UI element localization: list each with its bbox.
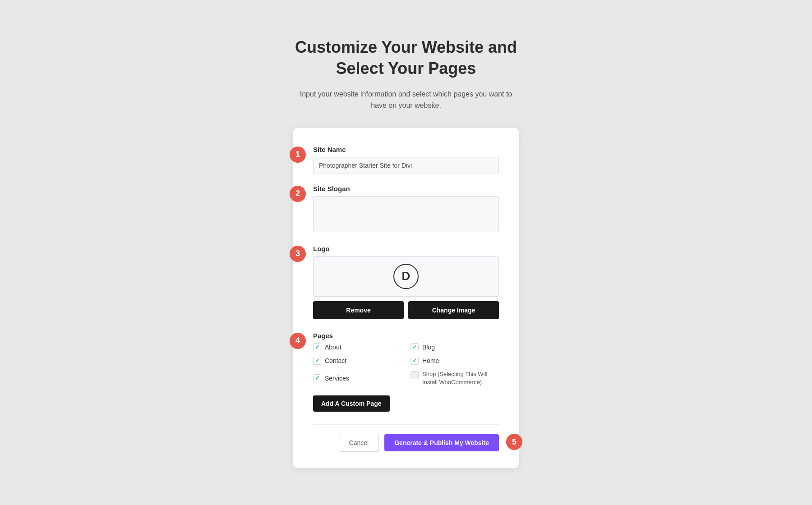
home-checkbox[interactable] <box>411 357 419 365</box>
site-name-label: Site Name <box>313 146 499 153</box>
logo-section: 3 Logo D <box>313 245 499 297</box>
form-card: 1 Site Name 2 Site Slogan 3 Logo D Remov… <box>293 128 519 468</box>
shop-label: Shop (Selecting This Will Install WooCom… <box>422 370 499 386</box>
publish-button[interactable]: Generate & Publish My Website <box>384 434 499 451</box>
logo-label: Logo <box>313 245 499 252</box>
change-image-button[interactable]: Change Image <box>408 301 499 319</box>
cancel-button[interactable]: Cancel <box>339 434 379 452</box>
page-subtitle: Input your website information and selec… <box>298 88 514 111</box>
contact-label: Contact <box>325 357 346 364</box>
home-label: Home <box>422 357 439 364</box>
footer-row: Cancel Generate & Publish My Website 5 <box>313 424 499 452</box>
step-5-badge: 5 <box>506 434 522 450</box>
site-slogan-label: Site Slogan <box>313 185 499 193</box>
page-title: Customize Your Website and Select Your P… <box>295 37 517 79</box>
logo-button-row: Remove Change Image <box>313 301 499 319</box>
pages-label: Pages <box>313 332 499 340</box>
pages-grid: About Blog Contact Home <box>313 343 499 386</box>
page-item-services[interactable]: Services <box>313 370 401 386</box>
site-name-section: 1 Site Name <box>313 146 499 174</box>
services-checkbox[interactable] <box>313 374 321 382</box>
pages-section: 4 Pages About Blog Contact <box>313 332 499 424</box>
about-checkbox[interactable] <box>313 343 321 351</box>
contact-checkbox[interactable] <box>313 357 321 365</box>
page-item-shop[interactable]: Shop (Selecting This Will Install WooCom… <box>411 370 499 386</box>
page-item-about[interactable]: About <box>313 343 401 351</box>
services-label: Services <box>325 375 349 382</box>
step-2-badge: 2 <box>290 186 306 202</box>
remove-button[interactable]: Remove <box>313 301 404 319</box>
shop-checkbox[interactable] <box>411 371 419 379</box>
site-slogan-input[interactable] <box>313 196 499 232</box>
logo-preview: D <box>313 256 499 297</box>
step-4-badge: 4 <box>290 333 306 349</box>
page-item-home[interactable]: Home <box>411 357 499 365</box>
site-slogan-section: 2 Site Slogan <box>313 185 499 234</box>
page-item-blog[interactable]: Blog <box>411 343 499 351</box>
step-1-badge: 1 <box>290 147 306 163</box>
blog-checkbox[interactable] <box>411 343 419 351</box>
logo-circle: D <box>393 264 419 289</box>
step-3-badge: 3 <box>290 246 306 262</box>
site-name-input[interactable] <box>313 157 499 174</box>
page-item-contact[interactable]: Contact <box>313 357 401 365</box>
about-label: About <box>325 344 341 351</box>
page-wrapper: Customize Your Website and Select Your P… <box>0 19 812 486</box>
blog-label: Blog <box>422 344 435 351</box>
add-custom-page-button[interactable]: Add A Custom Page <box>313 395 390 412</box>
